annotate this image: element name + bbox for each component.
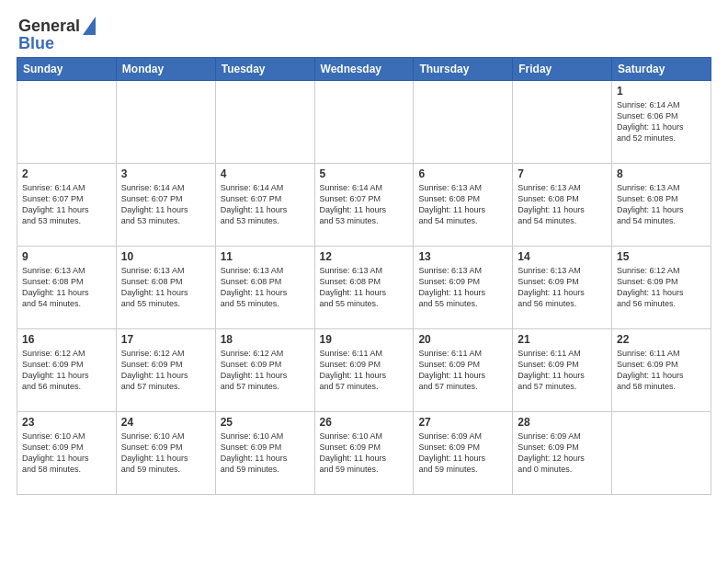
weekday-header-monday: Monday — [116, 57, 215, 80]
day-cell: 10Sunrise: 6:13 AM Sunset: 6:08 PM Dayli… — [116, 246, 215, 328]
day-info: Sunrise: 6:11 AM Sunset: 6:09 PM Dayligh… — [320, 348, 409, 393]
day-number: 3 — [121, 167, 210, 180]
weekday-header-friday: Friday — [513, 57, 612, 80]
day-info: Sunrise: 6:14 AM Sunset: 6:07 PM Dayligh… — [121, 182, 210, 227]
weekday-header-sunday: Sunday — [17, 57, 117, 80]
day-info: Sunrise: 6:13 AM Sunset: 6:08 PM Dayligh… — [221, 265, 310, 310]
day-info: Sunrise: 6:13 AM Sunset: 6:08 PM Dayligh… — [418, 182, 507, 227]
day-info: Sunrise: 6:12 AM Sunset: 6:09 PM Dayligh… — [221, 348, 310, 393]
day-cell — [17, 80, 117, 163]
week-row-4: 16Sunrise: 6:12 AM Sunset: 6:09 PM Dayli… — [17, 328, 711, 411]
day-cell: 23Sunrise: 6:10 AM Sunset: 6:09 PM Dayli… — [17, 411, 117, 494]
day-number: 23 — [22, 416, 111, 429]
day-number: 10 — [121, 250, 210, 263]
day-cell: 9Sunrise: 6:13 AM Sunset: 6:08 PM Daylig… — [17, 246, 117, 328]
day-number: 11 — [221, 250, 310, 263]
day-info: Sunrise: 6:14 AM Sunset: 6:07 PM Dayligh… — [221, 182, 310, 227]
day-info: Sunrise: 6:13 AM Sunset: 6:08 PM Dayligh… — [320, 265, 409, 310]
day-number: 24 — [121, 416, 210, 429]
day-cell: 25Sunrise: 6:10 AM Sunset: 6:09 PM Dayli… — [215, 411, 314, 494]
weekday-header-saturday: Saturday — [612, 57, 711, 80]
day-number: 20 — [418, 333, 507, 346]
day-number: 27 — [418, 416, 507, 429]
day-info: Sunrise: 6:13 AM Sunset: 6:09 PM Dayligh… — [418, 265, 507, 310]
day-number: 16 — [22, 333, 111, 346]
week-row-2: 2Sunrise: 6:14 AM Sunset: 6:07 PM Daylig… — [17, 163, 711, 246]
day-number: 1 — [617, 85, 706, 98]
day-cell — [215, 80, 314, 163]
day-number: 9 — [22, 250, 111, 263]
day-cell: 7Sunrise: 6:13 AM Sunset: 6:08 PM Daylig… — [513, 163, 612, 246]
day-info: Sunrise: 6:10 AM Sunset: 6:09 PM Dayligh… — [121, 431, 210, 476]
day-cell: 2Sunrise: 6:14 AM Sunset: 6:07 PM Daylig… — [17, 163, 117, 246]
day-cell: 14Sunrise: 6:13 AM Sunset: 6:09 PM Dayli… — [513, 246, 612, 328]
day-cell — [612, 411, 711, 494]
day-info: Sunrise: 6:11 AM Sunset: 6:09 PM Dayligh… — [418, 348, 507, 393]
day-cell: 28Sunrise: 6:09 AM Sunset: 6:09 PM Dayli… — [513, 411, 612, 494]
weekday-header-tuesday: Tuesday — [215, 57, 314, 80]
day-cell: 4Sunrise: 6:14 AM Sunset: 6:07 PM Daylig… — [215, 163, 314, 246]
day-cell: 1Sunrise: 6:14 AM Sunset: 6:06 PM Daylig… — [612, 80, 711, 163]
day-number: 7 — [518, 167, 607, 180]
weekday-header-wednesday: Wednesday — [314, 57, 414, 80]
day-cell: 19Sunrise: 6:11 AM Sunset: 6:09 PM Dayli… — [314, 328, 414, 411]
day-cell: 5Sunrise: 6:14 AM Sunset: 6:07 PM Daylig… — [314, 163, 414, 246]
day-number: 8 — [617, 167, 706, 180]
day-number: 4 — [221, 167, 310, 180]
day-number: 5 — [320, 167, 409, 180]
day-number: 13 — [418, 250, 507, 263]
logo-blue-text: Blue — [18, 35, 54, 53]
day-number: 21 — [518, 333, 607, 346]
day-cell: 6Sunrise: 6:13 AM Sunset: 6:08 PM Daylig… — [414, 163, 513, 246]
weekday-header-row: SundayMondayTuesdayWednesdayThursdayFrid… — [17, 57, 711, 80]
day-number: 17 — [121, 333, 210, 346]
day-cell: 20Sunrise: 6:11 AM Sunset: 6:09 PM Dayli… — [414, 328, 513, 411]
logo-triangle-icon — [83, 17, 96, 35]
day-number: 25 — [221, 416, 310, 429]
day-info: Sunrise: 6:12 AM Sunset: 6:09 PM Dayligh… — [617, 265, 706, 310]
day-cell: 8Sunrise: 6:13 AM Sunset: 6:08 PM Daylig… — [612, 163, 711, 246]
day-cell: 13Sunrise: 6:13 AM Sunset: 6:09 PM Dayli… — [414, 246, 513, 328]
day-cell: 11Sunrise: 6:13 AM Sunset: 6:08 PM Dayli… — [215, 246, 314, 328]
day-cell: 12Sunrise: 6:13 AM Sunset: 6:08 PM Dayli… — [314, 246, 414, 328]
day-number: 18 — [221, 333, 310, 346]
day-number: 28 — [518, 416, 607, 429]
logo-general-text: General — [18, 17, 80, 36]
day-info: Sunrise: 6:10 AM Sunset: 6:09 PM Dayligh… — [320, 431, 409, 476]
day-cell — [414, 80, 513, 163]
week-row-1: 1Sunrise: 6:14 AM Sunset: 6:06 PM Daylig… — [17, 80, 711, 163]
day-info: Sunrise: 6:13 AM Sunset: 6:08 PM Dayligh… — [617, 182, 706, 227]
day-info: Sunrise: 6:11 AM Sunset: 6:09 PM Dayligh… — [518, 348, 607, 393]
day-info: Sunrise: 6:12 AM Sunset: 6:09 PM Dayligh… — [22, 348, 111, 393]
day-info: Sunrise: 6:14 AM Sunset: 6:07 PM Dayligh… — [22, 182, 111, 227]
day-number: 19 — [320, 333, 409, 346]
day-number: 14 — [518, 250, 607, 263]
day-cell: 18Sunrise: 6:12 AM Sunset: 6:09 PM Dayli… — [215, 328, 314, 411]
day-info: Sunrise: 6:13 AM Sunset: 6:09 PM Dayligh… — [518, 265, 607, 310]
day-cell: 15Sunrise: 6:12 AM Sunset: 6:09 PM Dayli… — [612, 246, 711, 328]
day-number: 6 — [418, 167, 507, 180]
calendar-table: SundayMondayTuesdayWednesdayThursdayFrid… — [17, 57, 711, 495]
day-number: 26 — [320, 416, 409, 429]
calendar-body: 1Sunrise: 6:14 AM Sunset: 6:06 PM Daylig… — [17, 80, 711, 494]
day-info: Sunrise: 6:13 AM Sunset: 6:08 PM Dayligh… — [518, 182, 607, 227]
day-info: Sunrise: 6:13 AM Sunset: 6:08 PM Dayligh… — [22, 265, 111, 310]
day-info: Sunrise: 6:12 AM Sunset: 6:09 PM Dayligh… — [121, 348, 210, 393]
day-cell: 26Sunrise: 6:10 AM Sunset: 6:09 PM Dayli… — [314, 411, 414, 494]
day-cell — [513, 80, 612, 163]
calendar-wrapper: SundayMondayTuesdayWednesdayThursdayFrid… — [9, 57, 719, 502]
week-row-3: 9Sunrise: 6:13 AM Sunset: 6:08 PM Daylig… — [17, 246, 711, 328]
day-cell: 27Sunrise: 6:09 AM Sunset: 6:09 PM Dayli… — [414, 411, 513, 494]
day-info: Sunrise: 6:14 AM Sunset: 6:06 PM Dayligh… — [617, 99, 706, 144]
day-cell: 22Sunrise: 6:11 AM Sunset: 6:09 PM Dayli… — [612, 328, 711, 411]
day-cell: 17Sunrise: 6:12 AM Sunset: 6:09 PM Dayli… — [116, 328, 215, 411]
day-info: Sunrise: 6:10 AM Sunset: 6:09 PM Dayligh… — [221, 431, 310, 476]
header: General Blue — [9, 9, 719, 57]
day-cell: 16Sunrise: 6:12 AM Sunset: 6:09 PM Dayli… — [17, 328, 117, 411]
day-number: 2 — [22, 167, 111, 180]
day-info: Sunrise: 6:09 AM Sunset: 6:09 PM Dayligh… — [518, 431, 607, 476]
day-cell: 3Sunrise: 6:14 AM Sunset: 6:07 PM Daylig… — [116, 163, 215, 246]
day-info: Sunrise: 6:13 AM Sunset: 6:08 PM Dayligh… — [121, 265, 210, 310]
day-info: Sunrise: 6:11 AM Sunset: 6:09 PM Dayligh… — [617, 348, 706, 393]
day-cell: 24Sunrise: 6:10 AM Sunset: 6:09 PM Dayli… — [116, 411, 215, 494]
